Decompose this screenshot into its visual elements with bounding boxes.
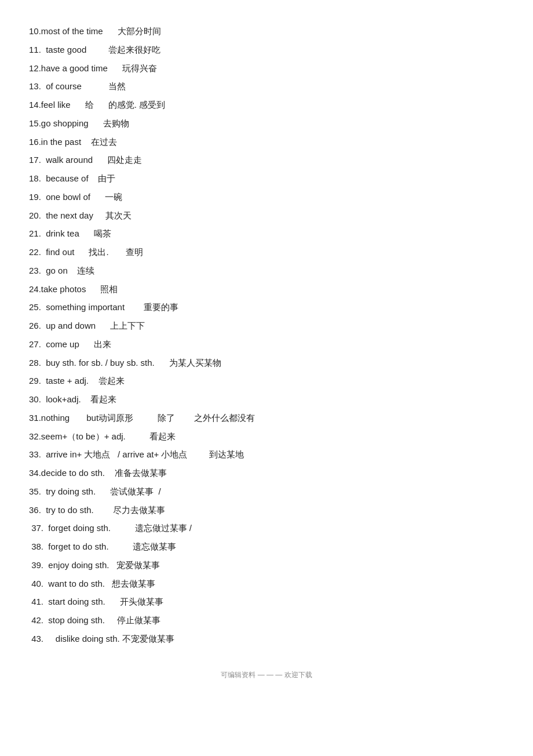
list-item: 16.in the past 在过去	[29, 134, 504, 150]
list-item: 26. up and down 上上下下	[29, 318, 504, 334]
list-item: 40. want to do sth. 想去做某事	[29, 576, 504, 592]
list-item: 31.nothing but动词原形 除了 之外什么都没有	[29, 410, 504, 426]
list-item: 17. walk around 四处走走	[29, 152, 504, 168]
list-item: 13. of course 当然	[29, 78, 504, 94]
list-item: 22. find out 找出. 查明	[29, 244, 504, 260]
list-item: 42. stop doing sth. 停止做某事	[29, 612, 504, 628]
list-item: 30. look+adj. 看起来	[29, 391, 504, 408]
list-item: 11. taste good 尝起来很好吃	[29, 42, 504, 58]
phrase-list: 10.most of the time 大部分时间11. taste good …	[29, 23, 504, 647]
list-item: 19. one bowl of 一碗	[29, 189, 504, 205]
list-item: 23. go on 连续	[29, 263, 504, 279]
list-item: 32.seem+（to be）+ adj. 看起来	[29, 428, 504, 445]
list-item: 12.have a good time 玩得兴奋	[29, 60, 504, 77]
list-item: 24.take photos 照相	[29, 281, 504, 297]
list-item: 41. start doing sth. 开头做某事	[29, 594, 504, 610]
list-item: 25. something important 重要的事	[29, 299, 504, 315]
list-item: 36. try to do sth. 尽力去做某事	[29, 502, 504, 518]
list-item: 21. drink tea 喝茶	[29, 226, 504, 242]
list-item: 14.feel like 给 的感觉. 感受到	[29, 97, 504, 113]
list-item: 15.go shopping 去购物	[29, 115, 504, 132]
footer-text: 可编辑资料 — — — 欢迎下载	[29, 670, 504, 680]
list-item: 35. try doing sth. 尝试做某事 /	[29, 484, 504, 500]
list-item: 39. enjoy doing sth. 宠爱做某事	[29, 557, 504, 573]
list-item: 20. the next day 其次天	[29, 208, 504, 224]
list-item: 29. taste + adj. 尝起来	[29, 373, 504, 389]
list-item: 27. come up 出来	[29, 336, 504, 352]
list-item: 37. forget doing sth. 遗忘做过某事 /	[29, 520, 504, 536]
list-item: 38. forget to do sth. 遗忘做某事	[29, 539, 504, 555]
list-item: 10.most of the time 大部分时间	[29, 23, 504, 39]
list-item: 43. dislike doing sth. 不宠爱做某事	[29, 631, 504, 647]
list-item: 33. arrive in+ 大地点 / arrive at+ 小地点 到达某地	[29, 446, 504, 463]
list-item: 34.decide to do sth. 准备去做某事	[29, 465, 504, 481]
list-item: 28. buy sth. for sb. / buy sb. sth. 为某人买…	[29, 355, 504, 371]
list-item: 18. because of 由于	[29, 170, 504, 187]
